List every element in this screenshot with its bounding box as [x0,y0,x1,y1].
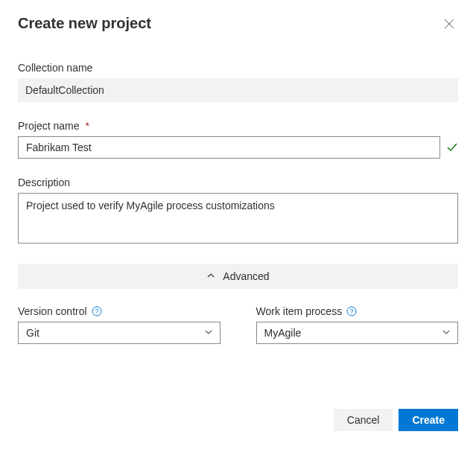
svg-text:?: ? [95,308,98,315]
advanced-label: Advanced [223,270,269,282]
work-item-process-select[interactable] [256,322,459,344]
info-icon[interactable]: ? [92,306,102,316]
info-icon[interactable]: ? [346,306,357,316]
advanced-toggle[interactable]: Advanced [18,264,458,289]
close-button[interactable] [440,15,458,35]
checkmark-icon [446,141,458,153]
project-name-input[interactable] [18,136,440,159]
dialog-title: Create new project [18,15,151,32]
description-label: Description [18,176,458,188]
project-name-label: Project name [18,120,79,132]
collection-name-value: DefaultCollection [18,78,458,102]
work-item-process-label: Work item process [256,305,343,317]
version-control-select[interactable] [18,322,220,344]
close-icon [443,18,455,32]
collection-name-label: Collection name [18,62,458,74]
cancel-button[interactable]: Cancel [334,409,393,431]
required-indicator: * [85,120,89,132]
create-button[interactable]: Create [399,409,458,431]
description-input[interactable]: Project used to verify MyAgile process c… [18,193,458,243]
version-control-label: Version control [18,305,87,317]
svg-text:?: ? [350,308,354,315]
chevron-up-icon [206,270,215,282]
